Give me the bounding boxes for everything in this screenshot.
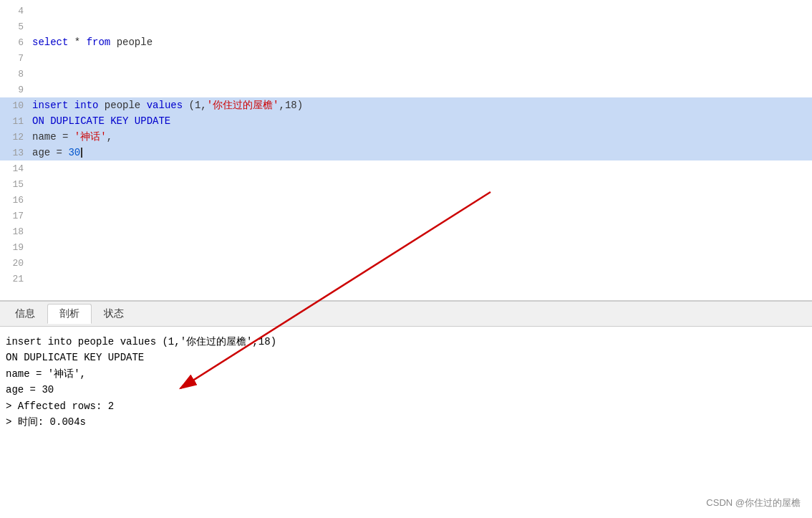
code-line: 5 bbox=[0, 19, 812, 34]
code-line: 21 bbox=[0, 271, 812, 287]
line-number: 18 bbox=[0, 226, 32, 237]
output-line: > 时间: 0.004s bbox=[6, 414, 806, 430]
code-line: 19 bbox=[0, 239, 812, 255]
line-number: 4 bbox=[0, 6, 32, 16]
code-line: 6select * from people bbox=[0, 34, 812, 50]
output-area: insert into people values (1,'你住过的屋檐',18… bbox=[0, 327, 812, 470]
line-number: 10 bbox=[0, 100, 32, 111]
code-line: 16 bbox=[0, 192, 812, 208]
watermark: CSDN @你住过的屋檐 bbox=[706, 497, 801, 509]
line-number: 11 bbox=[0, 116, 32, 127]
code-line: 8 bbox=[0, 66, 812, 82]
editor-area: 456select * from people78910insert into … bbox=[0, 0, 812, 301]
output-line: ON DUPLICATE KEY UPDATE bbox=[6, 350, 806, 365]
line-number: 8 bbox=[0, 69, 32, 80]
code-line: 9 bbox=[0, 82, 812, 97]
line-content[interactable]: select * from people bbox=[32, 37, 812, 48]
line-content[interactable]: insert into people values (1,'你住过的屋檐',18… bbox=[32, 99, 812, 112]
line-number: 12 bbox=[0, 132, 32, 143]
line-number: 14 bbox=[0, 163, 32, 174]
tab-item[interactable]: 状态 bbox=[92, 304, 136, 324]
line-number: 17 bbox=[0, 211, 32, 221]
line-content[interactable]: name = '神话', bbox=[32, 130, 812, 143]
line-number: 21 bbox=[0, 274, 32, 284]
tab-bar: 信息剖析状态 bbox=[0, 301, 812, 327]
line-number: 9 bbox=[0, 85, 32, 95]
output-line: insert into people values (1,'你住过的屋檐',18… bbox=[6, 334, 806, 350]
code-line: 12name = '神话', bbox=[0, 129, 812, 145]
code-line: 11ON DUPLICATE KEY UPDATE bbox=[0, 113, 812, 129]
output-line: > Affected rows: 2 bbox=[6, 398, 806, 414]
line-number: 19 bbox=[0, 242, 32, 253]
code-line: 14 bbox=[0, 160, 812, 176]
line-number: 13 bbox=[0, 148, 32, 158]
tab-item[interactable]: 剖析 bbox=[47, 304, 92, 324]
line-number: 6 bbox=[0, 37, 32, 48]
line-number: 16 bbox=[0, 195, 32, 206]
output-line: name = '神话', bbox=[6, 366, 806, 382]
line-content[interactable]: age = 30 bbox=[32, 147, 812, 158]
line-content[interactable]: ON DUPLICATE KEY UPDATE bbox=[32, 115, 812, 127]
text-cursor bbox=[81, 148, 82, 158]
code-line: 18 bbox=[0, 224, 812, 239]
output-line: age = 30 bbox=[6, 382, 806, 398]
line-number: 7 bbox=[0, 53, 32, 64]
tab-item[interactable]: 信息 bbox=[3, 304, 47, 324]
line-number: 15 bbox=[0, 179, 32, 190]
code-line: 20 bbox=[0, 255, 812, 271]
code-line: 4 bbox=[0, 3, 812, 19]
code-lines: 456select * from people78910insert into … bbox=[0, 0, 812, 287]
code-line: 13age = 30 bbox=[0, 145, 812, 160]
code-line: 7 bbox=[0, 50, 812, 66]
line-number: 5 bbox=[0, 21, 32, 32]
code-line: 17 bbox=[0, 208, 812, 224]
code-line: 15 bbox=[0, 176, 812, 192]
code-line: 10insert into people values (1,'你住过的屋檐',… bbox=[0, 97, 812, 113]
line-number: 20 bbox=[0, 258, 32, 269]
